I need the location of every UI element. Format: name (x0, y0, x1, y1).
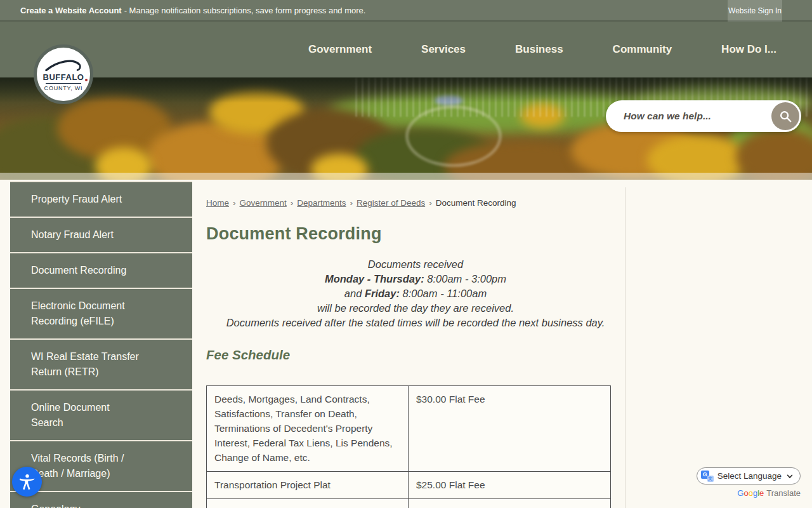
sidebar-item-label: Vital Records (Birth / Death / Marriage) (31, 451, 124, 481)
breadcrumb-separator: › (233, 198, 236, 208)
hero-image (0, 77, 812, 180)
fee-amount-cell: $30.00 Flat Fee (409, 386, 611, 472)
sidebar-item-label: Property Fraud Alert (31, 192, 122, 207)
hero-art (0, 77, 812, 103)
sidebar-item-document-recording[interactable]: Document Recording (10, 253, 192, 289)
site-search (606, 100, 801, 132)
sidebar-item-label: Genealogy (31, 502, 80, 508)
fee-amount-cell: $50.00 Flat Fee (409, 499, 611, 508)
google-letter: G (737, 488, 743, 498)
breadcrumb-register-of-deeds[interactable]: Register of Deeds (357, 198, 425, 208)
hero-campground-circle (406, 106, 501, 166)
sidebar-item-label: Document Recording (31, 263, 126, 278)
breadcrumb: Home›Government›Departments›Register of … (206, 180, 625, 208)
page: Create a Website Account- Manage notific… (0, 0, 812, 508)
nav-item-community[interactable]: Community (613, 43, 672, 56)
fee-amount-cell: $25.00 Flat Fee (409, 472, 611, 499)
google-translate-widget: G文 Select Language GoogleTranslate (697, 467, 801, 498)
breadcrumb-home[interactable]: Home (206, 198, 229, 208)
google-translate-icon: G文 (701, 471, 714, 482)
chevron-down-icon (785, 472, 794, 481)
top-utility-bar: Create a Website Account- Manage notific… (0, 0, 812, 22)
hero-art (95, 147, 152, 180)
sidebar-item-label: WI Real Estate Transfer Return (RETR) (31, 349, 139, 380)
select-language-dropdown[interactable]: G文 Select Language (697, 467, 801, 485)
breadcrumb-current: Document Recording (436, 198, 516, 208)
recording-hours-notice: Documents received Monday - Thursday: 8:… (206, 257, 625, 330)
notice-text: 8:00am - 11:00am (400, 288, 487, 299)
main-content: Home›Government›Departments›Register of … (206, 180, 625, 508)
sidebar-item-efile[interactable]: Electronic Document Recording (eFILE) (10, 289, 192, 340)
hero-art (647, 135, 749, 180)
notice-text: 8:00am - 3:00pm (424, 273, 506, 284)
select-language-label: Select Language (717, 471, 782, 481)
notice-bold: Monday - Thursday: (325, 273, 424, 284)
notice-text: and (344, 288, 365, 299)
content-divider (625, 187, 625, 508)
left-sidebar-menu: Property Fraud Alert Notary Fraud Alert … (10, 181, 192, 508)
county-logo[interactable]: BUFFALO COUNTY, WI (34, 44, 93, 104)
sidebar-item-label: Notary Fraud Alert (31, 227, 114, 243)
sidebar-item-notary-fraud-alert[interactable]: Notary Fraud Alert (10, 218, 192, 253)
fee-item-cell: Transportation Project Plat (207, 472, 409, 499)
fee-schedule-table: Deeds, Mortgages, Land Contracts, Satisf… (206, 385, 611, 508)
page-title: Document Recording (206, 224, 625, 244)
nav-item-how-do-i[interactable]: How Do I... (721, 43, 776, 56)
breadcrumb-government[interactable]: Government (240, 198, 287, 208)
sidebar-item-online-document-search[interactable]: Online Document Search (10, 391, 192, 441)
main-navigation: Government Services Business Community H… (0, 22, 812, 77)
logo-text-county: COUNTY, WI (44, 85, 83, 91)
nav-item-government[interactable]: Government (308, 43, 372, 56)
buffalo-silhouette-icon (43, 58, 84, 72)
notice-line: Documents received after the stated time… (206, 316, 625, 330)
nav-item-services[interactable]: Services (421, 43, 466, 56)
content-area: Property Fraud Alert Notary Fraud Alert … (0, 180, 812, 508)
table-row: Transportation Project Plat $25.00 Flat … (207, 472, 611, 499)
sidebar-item-label: Online Document Search (31, 400, 110, 431)
sidebar-item-retr[interactable]: WI Real Estate Transfer Return (RETR) (10, 340, 192, 391)
logo-divider (46, 83, 81, 84)
google-letter: e (759, 488, 764, 498)
search-button[interactable] (771, 102, 799, 130)
breadcrumb-separator: › (429, 198, 432, 208)
fee-schedule-heading: Fee Schedule (206, 347, 625, 363)
breadcrumb-separator: › (291, 198, 294, 208)
notice-line: Monday - Thursday: 8:00am - 3:00pm (206, 272, 625, 286)
google-letter: o (743, 488, 748, 498)
create-account-link[interactable]: Create a Website Account (20, 6, 122, 15)
notice-line: Documents received (206, 257, 625, 272)
table-row: Cemetery, Subdivision & Condominium Plat… (207, 499, 611, 508)
nav-item-business[interactable]: Business (515, 43, 563, 56)
google-translate-attribution[interactable]: GoogleTranslate (737, 488, 801, 498)
sidebar-item-property-fraud-alert[interactable]: Property Fraud Alert (10, 182, 192, 218)
search-icon (778, 109, 792, 123)
website-sign-in-button[interactable]: Website Sign In (728, 0, 782, 22)
accessibility-person-icon (18, 472, 37, 491)
google-letter: o (749, 488, 753, 498)
fee-item-cell: Cemetery, Subdivision & Condominium Plat (207, 499, 409, 508)
breadcrumb-separator: › (350, 198, 353, 208)
notice-line: will be recorded the day they are receiv… (206, 301, 625, 316)
create-account-description: - Manage notification subscriptions, sav… (124, 6, 366, 15)
breadcrumb-departments[interactable]: Departments (297, 198, 346, 208)
create-account-text[interactable]: Create a Website Account- Manage notific… (20, 6, 365, 15)
sidebar-item-label: Electronic Document Recording (eFILE) (31, 298, 125, 329)
translate-label: Translate (766, 488, 801, 498)
accessibility-button[interactable] (12, 467, 42, 497)
notice-line: and Friday: 8:00am - 11:00am (206, 286, 625, 301)
sidebar-item-genealogy[interactable]: Genealogy (10, 492, 192, 508)
notice-bold: Friday: (365, 288, 400, 299)
fee-item-cell: Deeds, Mortgages, Land Contracts, Satisf… (207, 386, 409, 472)
logo-text-buffalo: BUFFALO (43, 72, 84, 82)
table-row: Deeds, Mortgages, Land Contracts, Satisf… (207, 386, 611, 472)
